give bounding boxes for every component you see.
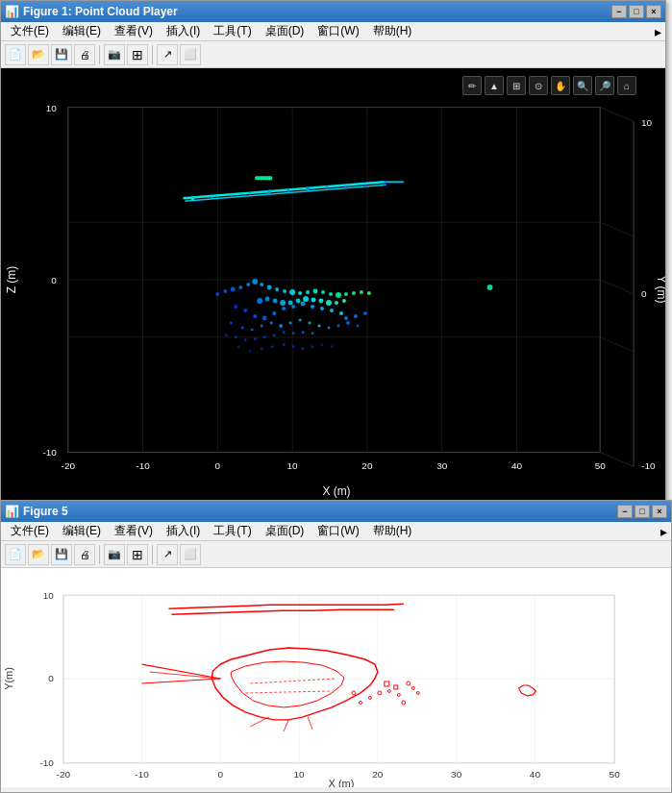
svg-text:Y(m): Y(m) bbox=[3, 667, 14, 690]
svg-point-71 bbox=[360, 290, 363, 294]
tb5-save-btn[interactable]: 💾 bbox=[51, 544, 72, 565]
tb-screenshot-btn[interactable]: 📷 bbox=[104, 44, 125, 65]
figure5-close-btn[interactable]: × bbox=[652, 505, 667, 518]
figure1-menubar: 文件(E) 编辑(E) 查看(V) 插入(I) 工具(T) 桌面(D) 窗口(W… bbox=[1, 22, 665, 41]
tb-brush-btn[interactable]: ⬜ bbox=[180, 44, 201, 65]
svg-text:30: 30 bbox=[436, 460, 448, 471]
tb-select-btn[interactable]: ↗ bbox=[157, 44, 178, 65]
svg-point-128 bbox=[271, 345, 274, 348]
menu-insert1[interactable]: 插入(I) bbox=[161, 22, 206, 40]
svg-point-117 bbox=[288, 300, 293, 305]
tb-new-btn[interactable]: 📄 bbox=[5, 44, 26, 65]
figure1-dock-btn[interactable]: ▸ bbox=[655, 24, 661, 39]
plot-arrow-icon[interactable]: ▲ bbox=[485, 76, 504, 95]
tb5-select-btn[interactable]: ↗ bbox=[157, 544, 178, 565]
menu-edit1[interactable]: 编辑(E) bbox=[57, 22, 107, 40]
svg-text:0: 0 bbox=[641, 288, 647, 299]
svg-point-126 bbox=[249, 350, 252, 353]
figure5-window: 📊 Figure 5 − □ × 文件(E) 编辑(E) 查看(V) 插入(I)… bbox=[0, 500, 672, 793]
svg-point-132 bbox=[311, 345, 314, 348]
figure1-icon: 📊 bbox=[5, 5, 19, 18]
svg-point-88 bbox=[230, 321, 233, 324]
menu5-edit[interactable]: 编辑(E) bbox=[57, 522, 107, 540]
svg-point-68 bbox=[336, 292, 341, 298]
menu-help1[interactable]: 帮助(H) bbox=[367, 22, 418, 40]
menu5-help[interactable]: 帮助(H) bbox=[367, 522, 418, 540]
figure1-close-btn[interactable]: × bbox=[646, 5, 661, 18]
tb-print-btn[interactable]: 🖨 bbox=[74, 44, 95, 65]
svg-text:-10: -10 bbox=[39, 757, 54, 768]
svg-line-18 bbox=[600, 280, 634, 294]
svg-point-52 bbox=[215, 292, 219, 296]
menu5-view[interactable]: 查看(V) bbox=[109, 522, 159, 540]
figure1-win-controls: − □ × bbox=[611, 5, 661, 18]
tb5-new-btn[interactable]: 📄 bbox=[5, 544, 26, 565]
svg-point-50 bbox=[383, 183, 386, 186]
figure1-minimize-btn[interactable]: − bbox=[611, 5, 627, 18]
figure1-chart-svg: -20 -10 0 10 20 30 40 50 10 0 -10 10 0 -… bbox=[1, 68, 665, 508]
tb5-brush-btn[interactable]: ⬜ bbox=[180, 544, 201, 565]
plot-zoomout-icon[interactable]: 🔎 bbox=[595, 76, 614, 95]
svg-point-104 bbox=[235, 335, 237, 338]
figure5-dock-btn[interactable]: ▸ bbox=[660, 524, 667, 539]
tb5-sep1 bbox=[99, 545, 100, 564]
menu-view1[interactable]: 查看(V) bbox=[109, 22, 159, 40]
svg-text:Y (m): Y (m) bbox=[655, 275, 665, 303]
svg-point-85 bbox=[344, 316, 348, 320]
svg-point-53 bbox=[223, 289, 227, 293]
svg-point-61 bbox=[283, 289, 286, 293]
tb5-screenshot-btn[interactable]: 📷 bbox=[104, 544, 125, 565]
svg-text:-10: -10 bbox=[641, 460, 656, 471]
svg-text:20: 20 bbox=[372, 769, 384, 780]
menu5-file[interactable]: 文件(E) bbox=[5, 522, 55, 540]
svg-text:40: 40 bbox=[530, 769, 541, 780]
menu-tools1[interactable]: 工具(T) bbox=[208, 22, 257, 40]
plot-edit-icon[interactable]: ✏ bbox=[462, 76, 482, 95]
svg-point-96 bbox=[309, 321, 311, 324]
svg-point-70 bbox=[352, 291, 356, 295]
plot-grid-icon[interactable]: ⊞ bbox=[507, 76, 526, 95]
svg-text:0: 0 bbox=[48, 673, 54, 683]
svg-text:10: 10 bbox=[287, 460, 299, 471]
svg-point-67 bbox=[329, 292, 333, 296]
svg-line-14 bbox=[600, 108, 634, 122]
tb5-print-btn[interactable]: 🖨 bbox=[74, 544, 95, 565]
svg-point-118 bbox=[296, 298, 301, 303]
svg-text:-20: -20 bbox=[57, 769, 71, 780]
svg-point-125 bbox=[237, 345, 240, 348]
tb5-grid-btn[interactable]: ⊞ bbox=[127, 544, 148, 565]
figure5-menubar: 文件(E) 编辑(E) 查看(V) 插入(I) 工具(T) 桌面(D) 窗口(W… bbox=[1, 522, 671, 541]
menu5-insert[interactable]: 插入(I) bbox=[161, 522, 206, 540]
plot-home-icon[interactable]: ⌂ bbox=[617, 76, 636, 95]
svg-line-19 bbox=[600, 337, 634, 352]
menu5-tools[interactable]: 工具(T) bbox=[208, 522, 257, 540]
tb5-open-btn[interactable]: 📂 bbox=[28, 544, 49, 565]
plot-rotate-icon[interactable]: ⊙ bbox=[529, 76, 548, 95]
tb-grid-btn[interactable]: ⊞ bbox=[127, 44, 148, 65]
figure5-minimize-btn[interactable]: − bbox=[617, 505, 633, 518]
menu-file1[interactable]: 文件(E) bbox=[5, 22, 55, 40]
svg-point-49 bbox=[363, 185, 366, 187]
menu-desktop1[interactable]: 桌面(D) bbox=[260, 22, 311, 40]
svg-point-129 bbox=[283, 343, 286, 346]
svg-text:20: 20 bbox=[361, 460, 373, 471]
svg-line-17 bbox=[600, 222, 634, 236]
svg-point-89 bbox=[241, 326, 244, 329]
svg-point-73 bbox=[234, 305, 237, 309]
tb-open-btn[interactable]: 📂 bbox=[28, 44, 49, 65]
figure1-maximize-btn[interactable]: □ bbox=[629, 5, 644, 18]
plot-zoomin-icon[interactable]: 🔍 bbox=[573, 76, 592, 95]
svg-point-124 bbox=[342, 299, 346, 303]
plot-pan-icon[interactable]: ✋ bbox=[551, 76, 570, 95]
menu5-desktop[interactable]: 桌面(D) bbox=[260, 522, 311, 540]
figure5-maximize-btn[interactable]: □ bbox=[635, 505, 650, 518]
menu5-window[interactable]: 窗口(W) bbox=[311, 522, 364, 540]
tb5-sep2 bbox=[152, 545, 153, 564]
svg-point-91 bbox=[261, 324, 263, 327]
svg-point-84 bbox=[339, 311, 343, 315]
menu-window1[interactable]: 窗口(W) bbox=[311, 22, 364, 40]
svg-text:10: 10 bbox=[46, 103, 58, 113]
figure1-plot-area: ✏ ▲ ⊞ ⊙ ✋ 🔍 🔎 ⌂ bbox=[1, 68, 665, 508]
svg-point-41 bbox=[211, 195, 213, 198]
tb-save-btn[interactable]: 💾 bbox=[51, 44, 72, 65]
